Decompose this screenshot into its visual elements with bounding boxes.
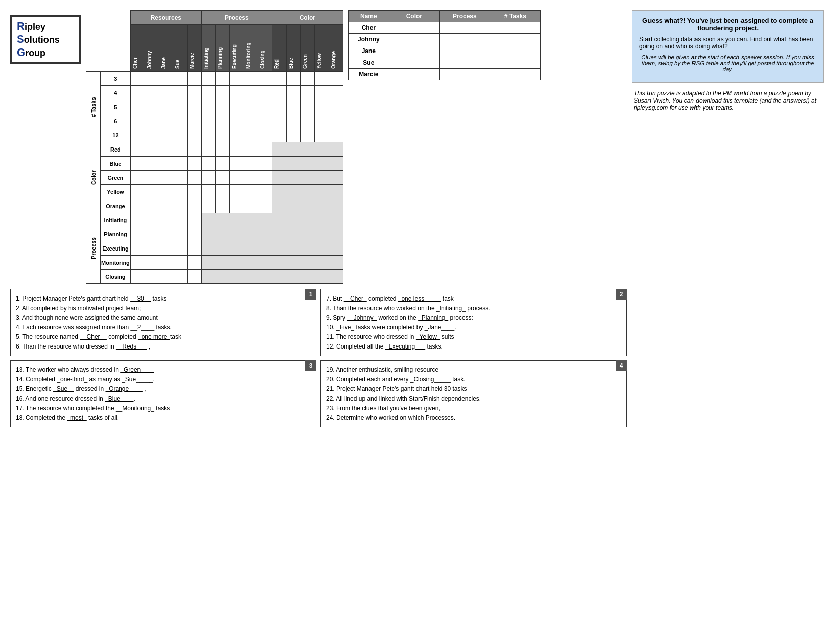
color-blue-label: Blue [101, 157, 131, 171]
answer-cher-row: Cher [348, 22, 540, 34]
clue-1-1: 1. Project Manager Pete's gantt chart he… [16, 294, 311, 303]
row-3-label: 3 [101, 72, 131, 86]
answer-sue-tasks[interactable] [490, 57, 540, 69]
cell-3-sue[interactable] [173, 72, 187, 86]
clue-box-1: 1 1. Project Manager Pete's gantt chart … [10, 289, 316, 356]
answer-johnny-tasks[interactable] [490, 34, 540, 45]
right-col: Name Color Process # Tasks Cher [348, 10, 541, 80]
process-row-initiating: Process Initiating [86, 213, 343, 227]
cell-3-marcie[interactable] [187, 72, 201, 86]
main-container: Ripley Solutions Group Resources [10, 10, 824, 427]
cell-3-closing[interactable] [258, 72, 272, 86]
logo-line2: Solutions [17, 33, 74, 46]
cell-3-blue[interactable] [286, 72, 300, 86]
process-side-label: Process [86, 213, 101, 284]
clue-2-3: 9. Spry __Johnny_ worked on the _Plannin… [326, 313, 621, 322]
info-body: Start collecting data as soon as you can… [639, 36, 816, 50]
cell-3-orange[interactable] [329, 72, 343, 86]
answer-sue-name: Sue [348, 57, 389, 69]
process-row-executing: Executing [86, 241, 343, 256]
color-row-orange: Orange [86, 199, 343, 213]
answer-sue-process[interactable] [439, 57, 490, 69]
cell-3-jane[interactable] [159, 72, 173, 86]
clue-number-2: 2 [616, 289, 627, 300]
clue-3-1: 13. The worker who always dressed in _Gr… [16, 365, 311, 374]
row-5-label: 5 [101, 100, 131, 114]
answer-cher-process[interactable] [439, 22, 490, 34]
answer-jane-process[interactable] [439, 45, 490, 57]
answer-marcie-process[interactable] [439, 69, 490, 80]
main-grid: Resources Process Color Cher Johnny [86, 10, 343, 284]
tasks-row-4: 4 [86, 86, 343, 100]
puzzle-grid-area: Resources Process Color Cher Johnny [86, 10, 343, 284]
col-corner [86, 25, 131, 72]
answer-johnny-process[interactable] [439, 34, 490, 45]
process-closing-label: Closing [101, 270, 131, 284]
answer-jane-color[interactable] [389, 45, 439, 57]
tasks-row-3: # Tasks 3 [86, 72, 343, 86]
answer-johnny-name: Johnny [348, 34, 389, 45]
answer-tasks-header: # Tasks [490, 11, 540, 22]
cell-3-planning[interactable] [215, 72, 229, 86]
col-orange: Orange [329, 25, 343, 72]
cell-3-johnny[interactable] [145, 72, 159, 86]
cell-3-red[interactable] [272, 72, 286, 86]
answer-johnny-color[interactable] [389, 34, 439, 45]
row-12-label: 12 [101, 128, 131, 142]
cell-3-monitoring[interactable] [244, 72, 258, 86]
color-row-red: Color Red [86, 142, 343, 157]
clue-1-4: 4. Each resource was assigned more than … [16, 323, 311, 332]
clue-2-1: 7. But __Cher_ completed _one less_____ … [326, 294, 621, 303]
col-monitoring: Monitoring [244, 25, 258, 72]
clue-3-4: 16. And one resource dressed in _Blue___… [16, 394, 311, 403]
col-blue: Blue [286, 25, 300, 72]
answer-marcie-tasks[interactable] [490, 69, 540, 80]
answer-name-header: Name [348, 11, 389, 22]
col-jane: Jane [159, 25, 173, 72]
color-orange-label: Orange [101, 199, 131, 213]
answer-jane-tasks[interactable] [490, 45, 540, 57]
cell-3-green[interactable] [300, 72, 314, 86]
corner-empty [86, 11, 131, 25]
col-initiating: Initiating [201, 25, 215, 72]
answer-cher-name: Cher [348, 22, 389, 34]
row-6-label: 6 [101, 114, 131, 128]
logo-line3: Group [17, 46, 74, 59]
cell-3-initiating[interactable] [201, 72, 215, 86]
logo-box: Ripley Solutions Group [10, 15, 81, 64]
cell-3-executing[interactable] [229, 72, 244, 86]
clue-1-6: 6. Than the resource who dressed in __Re… [16, 342, 311, 351]
tasks-row-5: 5 [86, 100, 343, 114]
clue-4-5: 23. From the clues that you've been give… [326, 404, 621, 413]
clue-1-5: 5. The resource named __Cher__ completed… [16, 332, 311, 341]
answer-johnny-row: Johnny [348, 34, 540, 45]
cell-3-cher[interactable] [130, 72, 145, 86]
answer-marcie-color[interactable] [389, 69, 439, 80]
color-row-blue: Blue [86, 157, 343, 171]
tasks-row-6: 6 [86, 114, 343, 128]
cell-3-yellow[interactable] [314, 72, 329, 86]
color-row-green: Green [86, 171, 343, 185]
answer-jane-name: Jane [348, 45, 389, 57]
clue-2-2: 8. Than the resource who worked on the _… [326, 304, 621, 313]
answer-process-header: Process [439, 11, 490, 22]
resources-header: Resources [130, 11, 201, 25]
answer-marcie-name: Marcie [348, 69, 389, 80]
answer-cher-color[interactable] [389, 22, 439, 34]
clue-4-6: 24. Determine who worked on which Proces… [326, 413, 621, 422]
info-box: Guess what?! You've just been assigned t… [632, 10, 824, 83]
color-header: Color [272, 11, 343, 25]
answer-cher-tasks[interactable] [490, 22, 540, 34]
clue-1-3: 3. And though none were assigned the sam… [16, 313, 311, 322]
left-section: Ripley Solutions Group Resources [10, 10, 627, 427]
clue-2-4: 10. _Five_ tasks were completed by _Jane… [326, 323, 621, 332]
color-row-yellow: Yellow [86, 185, 343, 199]
process-row-planning: Planning [86, 227, 343, 241]
col-johnny: Johnny [145, 25, 159, 72]
answer-sue-color[interactable] [389, 57, 439, 69]
color-red-label: Red [101, 142, 131, 157]
col-sue: Sue [173, 25, 187, 72]
clue-3-3: 15. Energetic _Sue__ dressed in _Orange_… [16, 384, 311, 393]
clue-1-2: 2. All completed by his motivated projec… [16, 304, 311, 313]
col-red: Red [272, 25, 286, 72]
